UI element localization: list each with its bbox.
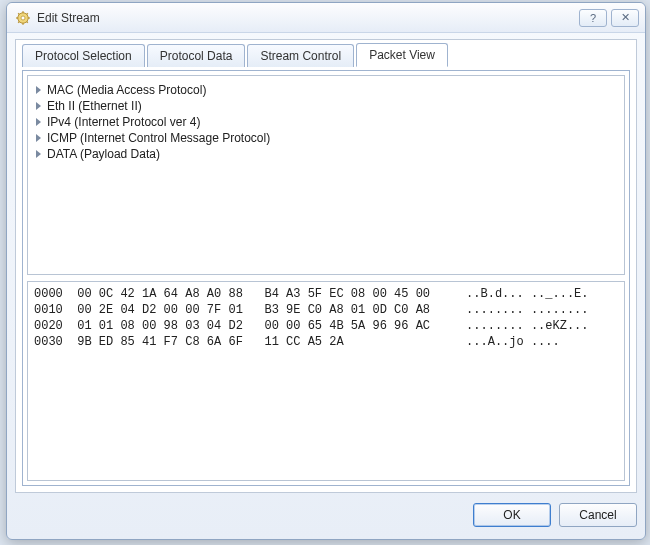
window-title: Edit Stream (37, 11, 100, 25)
tree-item-icmp[interactable]: ICMP (Internet Control Message Protocol) (34, 130, 618, 146)
expand-icon[interactable] (36, 150, 41, 158)
tree-item-data[interactable]: DATA (Payload Data) (34, 146, 618, 162)
tab-protocol-selection[interactable]: Protocol Selection (22, 44, 145, 67)
expand-icon[interactable] (36, 134, 41, 142)
svg-line-6 (18, 13, 19, 14)
svg-line-7 (27, 21, 28, 22)
svg-point-1 (21, 16, 25, 20)
dialog-window: Edit Stream ? ✕ Protocol Selection Proto… (6, 2, 646, 540)
tree-item-ipv4[interactable]: IPv4 (Internet Protocol ver 4) (34, 114, 618, 130)
tab-stream-control[interactable]: Stream Control (247, 44, 354, 67)
svg-line-9 (18, 21, 19, 22)
ok-button[interactable]: OK (473, 503, 551, 527)
tree-item-label: ICMP (Internet Control Message Protocol) (47, 131, 270, 145)
tree-item-mac[interactable]: MAC (Media Access Protocol) (34, 82, 618, 98)
dialog-footer: OK Cancel (15, 499, 637, 531)
protocol-tree[interactable]: MAC (Media Access Protocol) Eth II (Ethe… (27, 75, 625, 275)
svg-line-8 (27, 13, 28, 14)
expand-icon[interactable] (36, 118, 41, 126)
cancel-button[interactable]: Cancel (559, 503, 637, 527)
help-button[interactable]: ? (579, 9, 607, 27)
tab-protocol-data[interactable]: Protocol Data (147, 44, 246, 67)
client-area: Protocol Selection Protocol Data Stream … (15, 39, 637, 493)
titlebar[interactable]: Edit Stream ? ✕ (7, 3, 645, 33)
tree-item-label: MAC (Media Access Protocol) (47, 83, 206, 97)
tree-item-ethii[interactable]: Eth II (Ethernet II) (34, 98, 618, 114)
tabbar: Protocol Selection Protocol Data Stream … (16, 40, 636, 66)
close-button[interactable]: ✕ (611, 9, 639, 27)
tree-item-label: DATA (Payload Data) (47, 147, 160, 161)
tree-item-label: IPv4 (Internet Protocol ver 4) (47, 115, 200, 129)
gear-icon (15, 10, 31, 26)
expand-icon[interactable] (36, 102, 41, 110)
hex-dump[interactable]: 0000 00 0C 42 1A 64 A8 A0 88 B4 A3 5F EC… (27, 281, 625, 481)
tabpage-packet-view: MAC (Media Access Protocol) Eth II (Ethe… (22, 70, 630, 486)
tree-item-label: Eth II (Ethernet II) (47, 99, 142, 113)
tab-packet-view[interactable]: Packet View (356, 43, 448, 67)
expand-icon[interactable] (36, 86, 41, 94)
